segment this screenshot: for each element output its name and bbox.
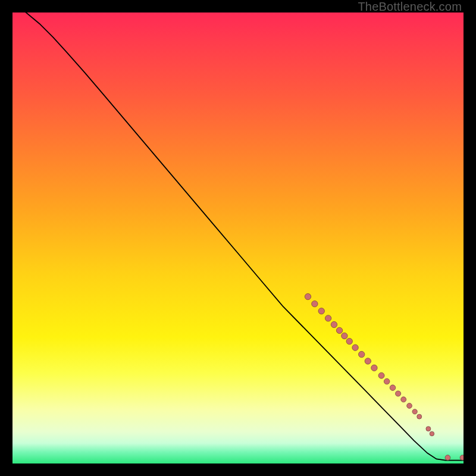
chart-marker [312,300,318,306]
chart-marker [412,409,417,414]
chart-marker [331,321,337,327]
chart-marker [460,455,464,461]
chart-marker [318,308,324,314]
chart-frame [12,12,464,464]
chart-marker [346,338,352,344]
chart-marker [378,372,384,378]
chart-marker [407,403,412,409]
chart-marker [395,391,400,396]
chart-marker [430,431,434,436]
chart-canvas [12,12,464,464]
chart-marker [305,293,311,299]
chart-marker [342,333,347,339]
chart-marker [426,427,431,431]
chart-marker [358,351,364,357]
chart-marker [352,345,358,350]
chart-marker [325,315,331,321]
chart-marker [390,385,396,391]
chart-marker [365,358,371,364]
chart-marker [371,365,377,371]
chart-marker [445,455,450,461]
chart-marker [401,397,406,402]
attribution-text: TheBottleneck.com [358,0,462,14]
chart-markers [305,293,464,460]
chart-marker [336,327,342,333]
chart-marker [384,378,390,384]
chart-marker [417,414,422,419]
